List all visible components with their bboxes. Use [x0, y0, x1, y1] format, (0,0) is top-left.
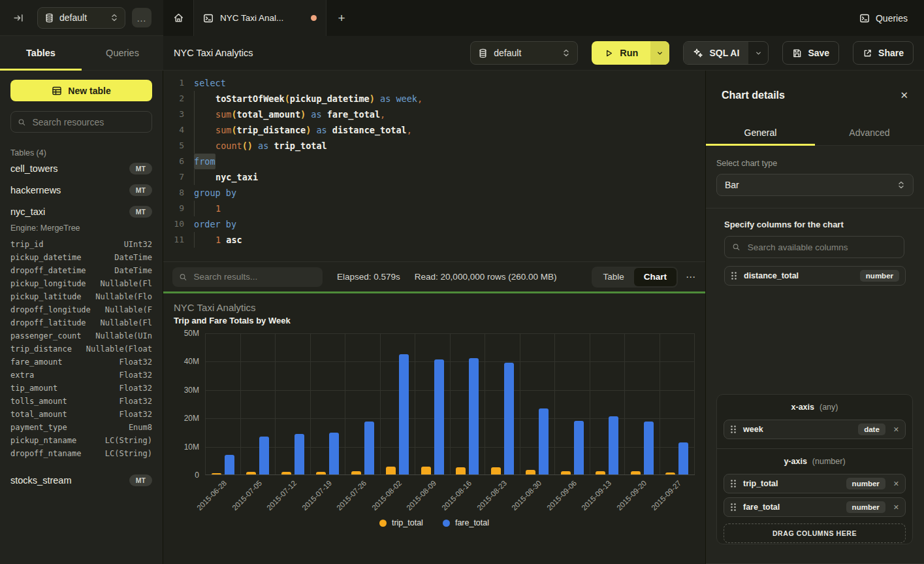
y-axis-chips: trip_totalnumber✕fare_totalnumber✕: [724, 474, 906, 517]
play-icon: [604, 48, 614, 58]
tab-advanced[interactable]: Advanced: [815, 120, 924, 145]
column-chip[interactable]: distance_totalnumber: [724, 266, 906, 286]
table-row[interactable]: stocks_streamMT: [10, 469, 152, 491]
legend-item[interactable]: fare_total: [443, 518, 489, 527]
bar-trip_total: [631, 471, 641, 474]
sidebar-more-button[interactable]: …: [132, 8, 151, 27]
sidebar-tab-queries[interactable]: Queries: [82, 36, 163, 70]
remove-chip-button[interactable]: ✕: [893, 480, 899, 488]
share-label: Share: [878, 48, 904, 58]
legend-dot: [379, 520, 387, 527]
drag-handle[interactable]: [730, 479, 737, 488]
results-more-button[interactable]: ⋯: [686, 271, 696, 283]
column-row: passenger_countNullable(UIn: [10, 329, 152, 342]
queries-button[interactable]: Queries: [843, 0, 924, 36]
remove-chip-button[interactable]: ✕: [893, 425, 899, 434]
code-token: asc: [221, 232, 242, 248]
view-toggle-chart[interactable]: Chart: [634, 268, 677, 286]
sidebar-database-selector[interactable]: default: [37, 7, 125, 29]
column-type: Float32: [119, 395, 152, 408]
column-row: pickup_ntanameLC(String): [10, 434, 152, 447]
y-tick-label: 10M: [184, 442, 199, 452]
chevron-updown-icon: [897, 180, 905, 190]
tab-label: General: [744, 127, 777, 138]
bar-fare_total: [609, 416, 618, 474]
remove-chip-button[interactable]: ✕: [893, 503, 899, 512]
save-button[interactable]: Save: [782, 41, 839, 65]
chip-column-name: trip_total: [743, 479, 778, 488]
sql-ai-options-button[interactable]: [748, 42, 768, 64]
sidebar-search-input[interactable]: [31, 116, 146, 128]
home-icon: [173, 12, 184, 24]
code-token: total_amount: [237, 107, 301, 122]
drag-handle[interactable]: [730, 503, 737, 512]
table-name: nyc_taxi: [10, 207, 45, 217]
column-type: LC(String): [105, 434, 152, 447]
drag-handle[interactable]: [730, 425, 737, 434]
columns-search-input[interactable]: [746, 242, 897, 253]
column-row: dropoff_longitudeNullable(F: [10, 303, 152, 316]
sql-ai-button[interactable]: SQL AI: [684, 42, 748, 64]
home-button[interactable]: [163, 0, 193, 36]
new-tab-button[interactable]: +: [327, 0, 357, 36]
code-token: trip_total: [274, 138, 327, 154]
column-name: tip_amount: [10, 382, 57, 395]
tables-section-label: Tables (4): [10, 148, 152, 158]
results-search[interactable]: [172, 267, 323, 287]
query-tab-title: NYC Taxi Anal...: [220, 13, 283, 23]
toolbar-database-selector[interactable]: default: [470, 41, 578, 65]
column-row: payment_typeEnum8: [10, 421, 152, 434]
columns-label: Specify columns for the chart: [716, 220, 914, 229]
code-token: 1: [215, 232, 221, 248]
search-icon: [18, 118, 26, 127]
table-row[interactable]: cell_towersMT: [10, 158, 152, 179]
sidebar-search[interactable]: [10, 111, 152, 133]
close-panel-button[interactable]: ✕: [900, 90, 908, 101]
chart-type-select[interactable]: Bar: [716, 174, 914, 196]
code-token: [194, 122, 215, 138]
code-token: pickup_datetime: [290, 91, 370, 107]
column-row: pickup_latitudeNullable(Flo: [10, 290, 152, 303]
column-chip[interactable]: fare_totalnumber✕: [724, 497, 906, 517]
table-row[interactable]: nyc_taxiMT: [10, 201, 152, 222]
y-axis-hint: (number): [812, 457, 846, 466]
bar-fare_total: [504, 363, 514, 474]
bar-fare_total: [434, 359, 444, 474]
view-toggle-table[interactable]: Table: [593, 268, 633, 286]
share-icon: [863, 48, 872, 58]
run-options-button[interactable]: [650, 41, 669, 65]
tab-general[interactable]: General: [706, 120, 815, 145]
code-token: ): [300, 107, 306, 122]
column-chip[interactable]: weekdate✕: [724, 420, 906, 439]
column-chip[interactable]: trip_totalnumber✕: [724, 474, 906, 493]
code-token: sum: [215, 122, 231, 138]
legend-item[interactable]: trip_total: [379, 518, 423, 527]
chip-type-badge: number: [846, 478, 885, 489]
line-number: 2: [163, 91, 184, 107]
code-line: 1select: [163, 75, 705, 91]
run-button[interactable]: Run: [592, 41, 650, 65]
new-table-button[interactable]: New table: [10, 80, 152, 101]
share-button[interactable]: Share: [853, 41, 914, 65]
sql-editor[interactable]: 1select2toStartOfWeek(pickup_datetime) a…: [163, 71, 705, 261]
bar-group: [590, 333, 626, 474]
column-type: Nullable(Fl: [101, 316, 152, 329]
chevron-updown-icon: [110, 13, 118, 22]
drag-handle[interactable]: [731, 271, 737, 280]
column-row: dropoff_datetimeDateTime: [10, 264, 152, 277]
drag-columns-dropzone[interactable]: DRAG COLUMNS HERE: [724, 523, 906, 543]
chip-type-badge: number: [846, 501, 885, 513]
sidebar-tab-tables[interactable]: Tables: [0, 36, 82, 70]
columns-search[interactable]: [724, 236, 904, 258]
bar-fare_total: [329, 433, 339, 474]
column-type: UInt32: [124, 238, 152, 251]
bar-fare_total: [469, 358, 479, 474]
column-name: pickup_latitude: [10, 290, 81, 303]
column-name: pickup_ntaname: [10, 434, 76, 447]
results-search-input[interactable]: [193, 271, 316, 282]
table-row[interactable]: hackernewsMT: [10, 179, 152, 201]
query-tab[interactable]: NYC Taxi Anal...: [193, 0, 327, 36]
collapse-sidebar-button[interactable]: [10, 10, 26, 25]
code-token: ,: [417, 91, 422, 107]
run-button-group: Run: [592, 41, 669, 65]
